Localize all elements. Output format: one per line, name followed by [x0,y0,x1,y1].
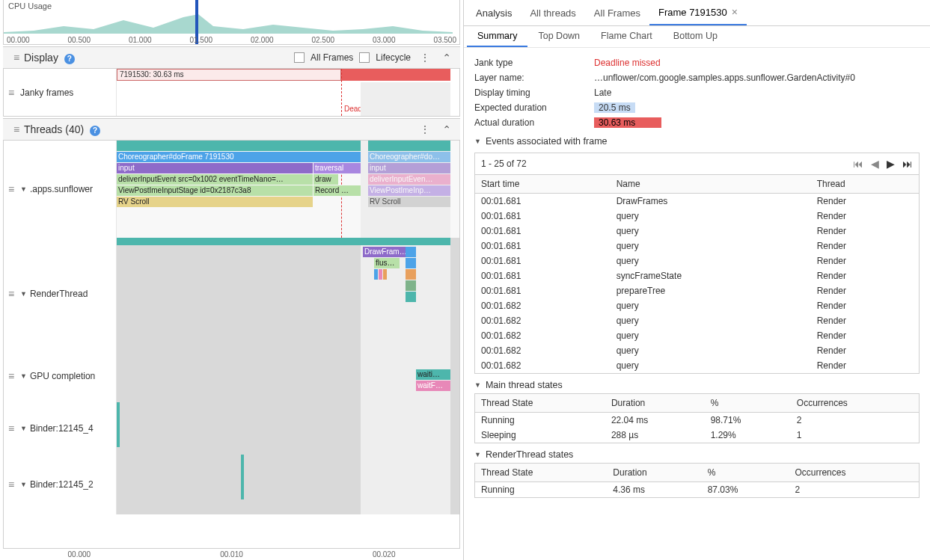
trace-bar[interactable]: waiti… [416,369,450,380]
chevron-up-icon[interactable]: ⌄ [439,50,454,65]
expander-icon[interactable]: ▼ [474,138,481,145]
close-icon[interactable]: × [732,6,738,18]
table-row[interactable]: 00:01.682queryRender [475,328,920,343]
table-row[interactable]: 00:01.681queryRender [475,209,920,224]
cpu-usage-chart[interactable]: CPU Usage 00.00000.50001.00001.50002.000… [3,0,460,45]
display-title: Display [24,52,58,64]
actual-duration-value: 30.63 ms [594,117,661,128]
tab-frame[interactable]: Frame 7191530× [649,0,747,25]
subtab-flame[interactable]: Flame Chart [590,26,663,47]
drag-handle-icon[interactable]: ≡ [9,52,24,64]
table-row[interactable]: Sleeping288 µs1.29%1 [475,428,920,443]
table-row[interactable]: 00:01.681queryRender [475,239,920,253]
events-pager: 1 - 25 of 72 ⏮ ◀ ▶ ⏭ [474,153,920,175]
table-row[interactable]: 00:01.682queryRender [475,298,920,313]
table-row[interactable]: 00:01.681prepareTreeRender [475,283,920,298]
deadline-line [341,69,342,116]
trace-bar[interactable]: traversal [313,163,361,173]
trace-bar[interactable]: ViewPostImeInp… [368,185,450,196]
table-row[interactable]: 00:01.682queryRender [475,343,920,358]
table-row[interactable]: 00:01.682queryRender [475,358,920,374]
layer-name-value: …unflower/com.google.samples.apps.sunflo… [594,73,920,83]
display-timing-key: Display timing [474,87,594,98]
table-row[interactable]: 00:01.681queryRender [475,224,920,239]
drag-handle-icon[interactable]: ≡ [4,141,19,238]
table-row[interactable]: Running4.36 ms87.03%2 [475,482,920,498]
trace-bar[interactable]: draw [313,174,338,185]
more-icon[interactable]: ⋮ [417,50,433,65]
tab-all-threads[interactable]: All threads [521,1,584,25]
pager-last-icon[interactable]: ⏭ [902,158,913,170]
trace-bar[interactable]: input [117,163,313,173]
threads-title: Threads (40) [24,123,84,135]
jank-type-key: Jank type [474,58,594,68]
trace-bar[interactable]: input [368,163,450,173]
drag-handle-icon[interactable]: ≡ [9,123,24,135]
trace-bar[interactable]: RV Scroll [368,197,450,207]
cpu-title: CPU Usage [8,1,52,10]
table-row[interactable]: 00:01.681DrawFramesRender [475,194,920,209]
pager-first-icon: ⏮ [853,158,863,170]
janky-overflow-bar[interactable] [341,69,450,81]
drag-handle-icon[interactable]: ≡ [4,69,19,116]
trace-bar[interactable]: Choreographer#do… [368,152,450,162]
all-frames-checkbox[interactable] [294,52,305,63]
more-icon[interactable]: ⋮ [417,122,433,137]
render-states-table: Thread State Duration % Occurrences Runn… [474,463,920,498]
col-name[interactable]: Name [611,175,811,194]
pager-prev-icon: ◀ [871,158,879,170]
cpu-axis: 00.00000.50001.00001.50002.00002.50003.0… [4,36,459,44]
trace-bar[interactable]: waitF… [416,381,450,391]
trace-bar[interactable]: deliverInputEvent src=0x1002 eventTimeNa… [117,174,313,185]
main-states-title: Main thread states [486,380,563,390]
display-timing-value: Late [594,87,920,98]
all-frames-label: All Frames [310,52,353,63]
expander-icon[interactable]: ▼ [20,425,27,432]
trace-bar[interactable] [117,238,450,245]
pager-next-icon[interactable]: ▶ [887,158,895,170]
table-row[interactable]: Running22.04 ms98.71%2 [475,413,920,428]
actual-duration-key: Actual duration [474,117,594,128]
tab-all-frames[interactable]: All Frames [585,1,649,25]
trace-bar[interactable]: deliverInputEven… [368,174,450,185]
table-row[interactable]: 00:01.682queryRender [475,313,920,328]
trace-bar[interactable]: DrawFram… [363,247,408,257]
info-icon[interactable]: ? [64,54,75,64]
pager-range: 1 - 25 of 72 [481,159,527,169]
subtab-topdown[interactable]: Top Down [527,26,590,47]
tab-analysis: Analysis [467,1,521,25]
info-icon[interactable]: ? [90,126,100,136]
expander-icon[interactable]: ▼ [20,481,27,488]
janky-frame-bar[interactable]: 7191530: 30.63 ms [117,69,341,81]
subtab-bottomup[interactable]: Bottom Up [663,26,728,47]
table-row[interactable]: 00:01.681syncFrameStateRender [475,268,920,283]
drag-handle-icon[interactable]: ≡ [4,455,19,514]
trace-bar[interactable]: Record … [313,185,361,196]
trace-bar[interactable]: Choreographer#doFrame 7191530 [117,152,361,162]
drag-handle-icon[interactable]: ≡ [4,402,19,455]
expander-icon[interactable]: ▼ [474,451,481,458]
col-start-time[interactable]: Start time [475,175,611,194]
lifecycle-checkbox[interactable] [359,52,370,63]
chevron-up-icon[interactable]: ⌄ [439,122,454,137]
trace-bar[interactable]: ViewPostImeInputStage id=0x2187c3a8 [117,185,313,196]
drag-handle-icon[interactable]: ≡ [4,350,19,402]
expander-icon[interactable]: ▼ [474,381,481,389]
subtab-summary[interactable]: Summary [467,26,527,47]
trace-bar[interactable]: flus… [374,258,400,268]
thread-label: .apps.sunflower [30,184,93,194]
events-section-title: Events associated with frame [486,136,608,147]
trace-bar[interactable] [368,141,450,151]
trace-bar[interactable]: RV Scroll [117,197,313,207]
drag-handle-icon[interactable]: ≡ [4,238,19,350]
trace-bar[interactable] [117,141,361,151]
lifecycle-label: Lifecycle [376,52,411,63]
expander-icon[interactable]: ▼ [20,185,27,193]
thread-label: RenderThread [30,289,88,299]
table-row[interactable]: 00:01.681queryRender [475,253,920,268]
col-thread[interactable]: Thread [811,175,920,194]
expected-duration-key: Expected duration [474,102,594,113]
time-ruler: 00.00000.01000.020 [3,548,460,560]
expander-icon[interactable]: ▼ [20,372,27,380]
expander-icon[interactable]: ▼ [20,290,27,298]
